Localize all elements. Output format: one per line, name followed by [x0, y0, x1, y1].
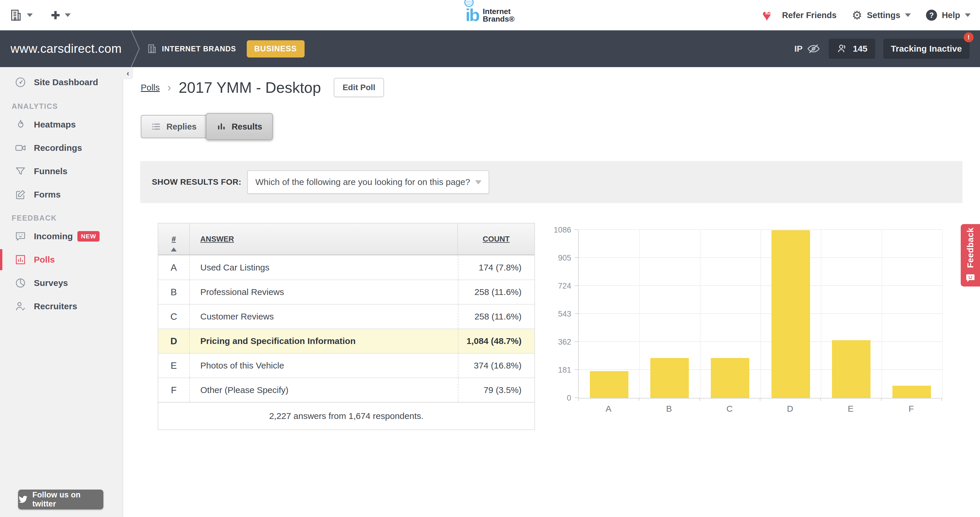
y-tick-label: 1086: [554, 225, 571, 235]
breadcrumb: Polls › 2017 YMM - Desktop Edit Poll: [141, 76, 384, 99]
settings-label: Settings: [867, 11, 900, 20]
x-tick-label: D: [760, 404, 820, 414]
logo-text: InternetBrands®: [483, 8, 514, 23]
recruiter-person-icon: [14, 301, 26, 312]
tab-replies-label: Replies: [167, 122, 197, 132]
table-footer: 2,227 answers from 1,674 respondents.: [158, 402, 535, 430]
site-selector[interactable]: www.carsdirect.com: [11, 42, 122, 56]
top-right-controls: ♥ hotjar Refer Friends ⚙ Settings ? Help: [762, 0, 970, 30]
y-tick-label: 181: [558, 366, 571, 374]
gauge-icon: [14, 76, 26, 88]
x-tick-label: E: [820, 404, 881, 414]
ib-logo-mark: ib: [466, 6, 479, 24]
ip-label: IP: [794, 44, 802, 54]
chevron-down-icon: [65, 13, 71, 17]
x-tick-label: F: [881, 404, 942, 414]
row-count: 374 (16.8%): [458, 354, 535, 377]
question-icon: ?: [926, 10, 937, 21]
sidebar-item-funnels[interactable]: Funnels: [0, 160, 123, 183]
chevron-left-icon: ‹: [127, 69, 129, 78]
row-answer: Customer Reviews: [189, 304, 458, 328]
ip-visibility-toggle[interactable]: IP: [794, 42, 821, 56]
divider-chevron: [130, 30, 140, 67]
question-select-value: Which of the following are you looking f…: [256, 177, 470, 187]
org-switcher-button[interactable]: [9, 8, 33, 22]
row-answer: Pricing and Specification Information: [189, 329, 458, 353]
tab-results[interactable]: Results: [206, 113, 273, 140]
feedback-bubble-icon: [966, 273, 975, 283]
view-tabs: Replies Results: [141, 113, 273, 141]
settings-menu[interactable]: ⚙ Settings: [852, 10, 911, 21]
edit-poll-button[interactable]: Edit Poll: [334, 78, 384, 97]
chevron-down-icon: [965, 13, 970, 17]
tracking-status-button[interactable]: Tracking Inactive !: [883, 39, 969, 59]
row-index: A: [158, 255, 189, 279]
results-table: # ANSWER COUNT A Used Car Listings 174 (…: [158, 223, 535, 430]
refer-friends-button[interactable]: ♥ hotjar Refer Friends: [762, 8, 837, 23]
sidebar-item-label: Incoming: [34, 232, 73, 241]
bar-B: [650, 358, 689, 398]
sessions-counter-button[interactable]: 145: [829, 39, 875, 59]
x-tick-label: A: [578, 404, 639, 414]
bar-F: [892, 386, 931, 398]
sidebar-item-site-dashboard[interactable]: Site Dashboard: [0, 71, 123, 94]
table-row: E Photos of this Vehicle 374 (16.8%): [158, 353, 535, 377]
chevron-down-icon: [27, 13, 33, 17]
sidebar-item-label: Site Dashboard: [34, 77, 98, 87]
show-results-panel: SHOW RESULTS FOR: Which of the following…: [140, 161, 963, 203]
sidebar-item-label: Recordings: [34, 143, 82, 153]
row-answer: Other (Please Specify): [189, 378, 458, 402]
bar-A: [590, 371, 628, 398]
question-select[interactable]: Which of the following are you looking f…: [247, 170, 489, 194]
site-header-right: IP 145 Tracking Inactive !: [794, 39, 980, 59]
column-header-index: #: [158, 224, 189, 254]
sidebar-item-label: Recruiters: [34, 301, 77, 311]
follow-twitter-button[interactable]: Follow us on twitter: [18, 490, 103, 509]
sidebar-item-surveys[interactable]: Surveys: [0, 271, 123, 295]
row-index: C: [158, 304, 189, 328]
plan-badge[interactable]: BUSINESS: [247, 40, 305, 57]
tab-replies[interactable]: Replies: [141, 115, 207, 138]
table-header: # ANSWER COUNT: [158, 224, 535, 255]
bars-icon: [216, 122, 226, 132]
poll-chart-icon: [14, 254, 26, 265]
create-new-button[interactable]: [50, 10, 71, 21]
help-menu[interactable]: ? Help: [926, 10, 970, 21]
sort-asc-icon: [171, 247, 177, 252]
feedback-tab-label: Feedback: [966, 228, 975, 268]
sidebar-item-forms[interactable]: Forms: [0, 183, 123, 206]
refer-friends-label: Refer Friends: [782, 11, 837, 20]
sidebar-item-recordings[interactable]: Recordings: [0, 136, 123, 160]
y-tick-label: 724: [558, 282, 571, 290]
x-tick-label: C: [699, 404, 760, 414]
row-index: B: [158, 280, 189, 304]
y-tick-label: 0: [567, 393, 571, 403]
chevron-down-icon: [905, 13, 911, 17]
y-tick-label: 905: [558, 254, 571, 263]
sidebar-collapse-button[interactable]: ‹: [123, 67, 133, 79]
feedback-tab[interactable]: Feedback: [961, 224, 980, 287]
help-label: Help: [942, 11, 960, 20]
row-index: E: [158, 354, 189, 377]
incoming-bubble-icon: [14, 230, 26, 242]
sidebar-item-polls[interactable]: Polls: [0, 248, 123, 271]
sidebar-item-heatmaps[interactable]: Heatmaps: [0, 113, 123, 136]
x-tick-label: B: [639, 404, 699, 414]
breadcrumb-polls-link[interactable]: Polls: [141, 82, 160, 92]
sidebar: Site Dashboard ANALYTICS Heatmaps Record…: [0, 67, 123, 517]
sidebar-item-incoming[interactable]: Incoming NEW: [0, 225, 123, 248]
table-row: A Used Car Listings 174 (7.8%): [158, 255, 535, 279]
building-icon: [146, 43, 158, 54]
chevron-right-icon: ›: [167, 81, 171, 94]
row-answer: Professional Reviews: [189, 280, 458, 304]
internet-brands-logo: ib InternetBrands®: [466, 0, 514, 30]
flame-icon: [14, 119, 26, 130]
new-badge: NEW: [77, 231, 100, 241]
building-icon: [9, 8, 23, 22]
page-title: 2017 YMM - Desktop: [179, 79, 321, 96]
row-count: 79 (3.5%): [458, 378, 535, 402]
sidebar-item-recruiters[interactable]: Recruiters: [0, 295, 123, 318]
row-index: D: [158, 329, 189, 353]
table-row: B Professional Reviews 258 (11.6%): [158, 279, 535, 304]
sidebar-item-label: Surveys: [34, 278, 68, 288]
